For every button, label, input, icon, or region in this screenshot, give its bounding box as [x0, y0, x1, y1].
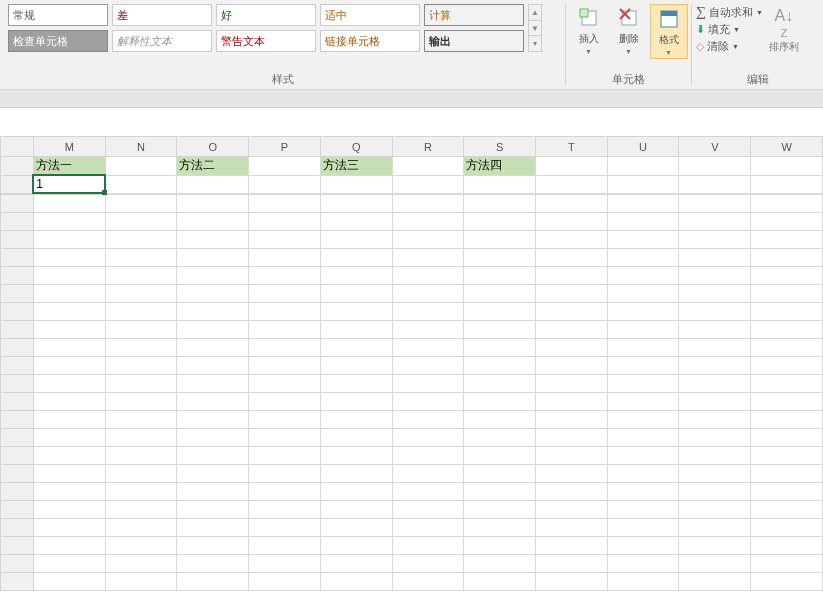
row-header[interactable] — [1, 321, 34, 339]
cell[interactable] — [320, 231, 392, 249]
cell[interactable] — [464, 573, 536, 591]
cell[interactable] — [679, 447, 751, 465]
cell[interactable] — [392, 519, 464, 537]
row-header[interactable] — [1, 429, 34, 447]
cell[interactable] — [33, 321, 105, 339]
cell[interactable] — [607, 483, 679, 501]
cell[interactable] — [105, 429, 177, 447]
style-linked-cell[interactable]: 链接单元格 — [320, 30, 420, 52]
cell[interactable] — [679, 321, 751, 339]
cell[interactable] — [751, 195, 823, 213]
cell[interactable] — [320, 537, 392, 555]
cell[interactable] — [464, 231, 536, 249]
cell[interactable] — [751, 213, 823, 231]
cell[interactable] — [751, 231, 823, 249]
cell[interactable] — [751, 393, 823, 411]
cell[interactable] — [464, 249, 536, 267]
cell[interactable] — [679, 339, 751, 357]
cell[interactable] — [33, 303, 105, 321]
cell[interactable] — [392, 303, 464, 321]
cell[interactable] — [177, 573, 249, 591]
cell[interactable] — [464, 375, 536, 393]
cell[interactable]: 方法一 — [33, 157, 105, 176]
cell[interactable] — [679, 573, 751, 591]
cell[interactable] — [33, 285, 105, 303]
row-header[interactable] — [1, 501, 34, 519]
cell[interactable] — [105, 357, 177, 375]
row-header[interactable] — [1, 249, 34, 267]
cell[interactable] — [464, 303, 536, 321]
cell[interactable] — [464, 285, 536, 303]
cell[interactable] — [105, 175, 177, 193]
cell[interactable] — [751, 411, 823, 429]
cell[interactable] — [177, 195, 249, 213]
row-header[interactable] — [1, 393, 34, 411]
cell[interactable] — [536, 411, 608, 429]
row-header[interactable] — [1, 411, 34, 429]
col-header[interactable]: Q — [320, 137, 392, 157]
row-header[interactable] — [1, 447, 34, 465]
cell[interactable] — [392, 175, 464, 193]
cell[interactable] — [33, 555, 105, 573]
style-normal[interactable]: 常规 — [8, 4, 108, 26]
cell[interactable] — [249, 537, 321, 555]
cell[interactable] — [679, 501, 751, 519]
cell[interactable] — [464, 483, 536, 501]
col-header[interactable]: P — [249, 137, 321, 157]
row-header[interactable] — [1, 357, 34, 375]
row-header[interactable] — [1, 483, 34, 501]
cell[interactable] — [249, 573, 321, 591]
styles-scroll-down[interactable]: ▼ — [529, 21, 541, 37]
cell[interactable] — [392, 483, 464, 501]
row-header[interactable] — [1, 157, 34, 176]
cell[interactable] — [105, 157, 177, 176]
cell[interactable] — [177, 231, 249, 249]
col-header[interactable]: O — [177, 137, 249, 157]
cell[interactable] — [33, 231, 105, 249]
cell[interactable] — [33, 411, 105, 429]
cell[interactable] — [679, 411, 751, 429]
cell[interactable] — [536, 339, 608, 357]
cell[interactable] — [751, 573, 823, 591]
cell[interactable] — [320, 339, 392, 357]
cell[interactable] — [536, 303, 608, 321]
cell[interactable] — [177, 429, 249, 447]
style-warning[interactable]: 警告文本 — [216, 30, 316, 52]
cell[interactable] — [105, 573, 177, 591]
cell[interactable] — [607, 447, 679, 465]
cell[interactable] — [536, 519, 608, 537]
cell[interactable] — [249, 429, 321, 447]
row-header[interactable] — [1, 213, 34, 231]
cell[interactable] — [464, 465, 536, 483]
cell[interactable] — [320, 447, 392, 465]
cell[interactable] — [392, 573, 464, 591]
cell[interactable] — [679, 285, 751, 303]
style-bad[interactable]: 差 — [112, 4, 212, 26]
cell[interactable] — [536, 249, 608, 267]
row-header[interactable] — [1, 175, 34, 193]
cell[interactable] — [105, 555, 177, 573]
cell[interactable] — [392, 249, 464, 267]
cell[interactable]: 方法二 — [177, 157, 249, 176]
cell[interactable] — [249, 375, 321, 393]
cell[interactable] — [249, 285, 321, 303]
cell[interactable] — [249, 249, 321, 267]
cell[interactable] — [536, 195, 608, 213]
cell[interactable] — [33, 573, 105, 591]
col-header[interactable]: W — [751, 137, 823, 157]
cell[interactable] — [607, 303, 679, 321]
cell-editor[interactable] — [34, 176, 104, 192]
cell[interactable] — [751, 285, 823, 303]
cell[interactable] — [177, 357, 249, 375]
cell[interactable] — [177, 483, 249, 501]
cell[interactable] — [249, 483, 321, 501]
cell[interactable] — [33, 393, 105, 411]
row-header[interactable] — [1, 231, 34, 249]
spreadsheet-grid-rows[interactable] — [0, 194, 823, 591]
fill-button[interactable]: ⬇填充 ▼ — [696, 22, 763, 37]
col-header[interactable]: U — [607, 137, 679, 157]
cell[interactable] — [464, 175, 536, 193]
cell[interactable] — [464, 537, 536, 555]
cell[interactable] — [679, 157, 751, 176]
cell[interactable] — [177, 213, 249, 231]
